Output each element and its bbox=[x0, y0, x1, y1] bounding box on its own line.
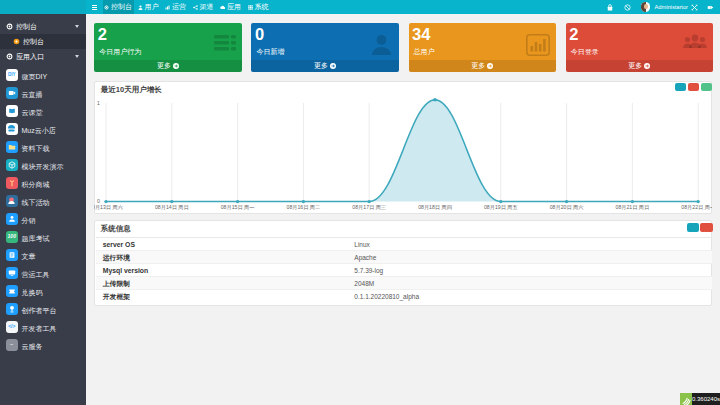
svg-text:08月15日 周一: 08月15日 周一 bbox=[221, 204, 255, 211]
svg-text:08月20日 周六: 08月20日 周六 bbox=[550, 204, 584, 211]
svg-text:08月19日 周五: 08月19日 周五 bbox=[484, 204, 518, 211]
svg-text:08月17日 周三: 08月17日 周三 bbox=[353, 204, 387, 211]
svg-text:1: 1 bbox=[97, 100, 100, 106]
svg-text:08月21日 周日: 08月21日 周日 bbox=[616, 204, 650, 211]
svg-text:08月22日 周一: 08月22日 周一 bbox=[682, 204, 712, 211]
svg-text:08月14日 周日: 08月14日 周日 bbox=[155, 204, 189, 211]
svg-text:08月13日 周六: 08月13日 周六 bbox=[94, 204, 123, 211]
svg-text:08月16日 周二: 08月16日 周二 bbox=[287, 204, 321, 211]
svg-text:08月18日 周四: 08月18日 周四 bbox=[418, 204, 452, 211]
